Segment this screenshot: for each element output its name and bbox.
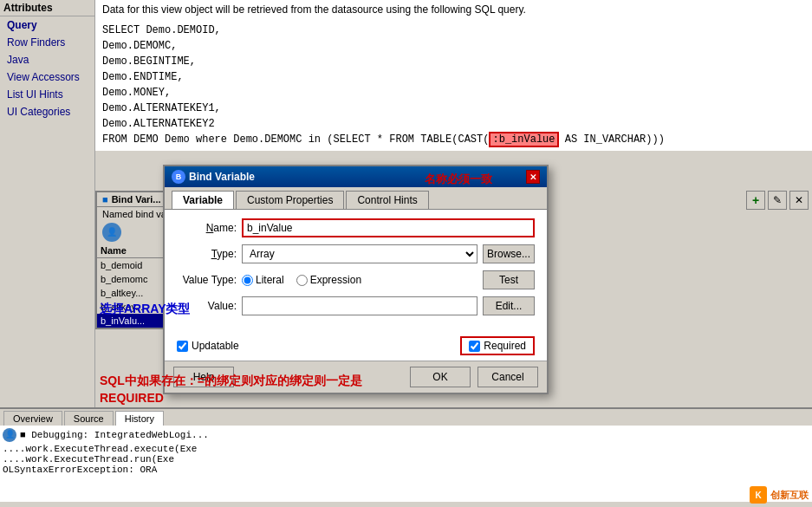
tab-variable[interactable]: Variable — [172, 191, 234, 209]
tab-history[interactable]: History — [115, 411, 164, 426]
sql-code-area: SELECT Demo.DEMOID, Demo.DEMOMC, Demo.BE… — [95, 19, 812, 151]
sql-line-5: Demo.MONEY, — [102, 85, 805, 101]
literal-label: Literal — [256, 274, 284, 286]
required-checkbox[interactable] — [469, 341, 480, 352]
log-debug-line: ■ Debugging: IntegratedWebLogi... — [20, 430, 209, 440]
sidebar-item-row-finders[interactable]: Row Finders — [0, 34, 94, 51]
sql-bind-var-highlight: :b_inValue — [489, 132, 558, 147]
left-panel-title: Attributes — [0, 0, 94, 16]
literal-radio-label[interactable]: Literal — [242, 274, 284, 286]
test-button[interactable]: Test — [483, 270, 535, 289]
dialog-body: NName:ame: Type: Array Browse... Value T… — [165, 210, 547, 331]
tab-source[interactable]: Source — [64, 411, 114, 426]
log-line-3: OLSyntaxErrorException: ORA — [3, 465, 809, 475]
updatable-checkbox[interactable] — [177, 341, 188, 352]
cancel-button[interactable]: Cancel — [477, 367, 538, 387]
bind-var-panel-title: Bind Vari... — [112, 194, 161, 205]
name-label: NName:ame: — [177, 222, 242, 234]
name-row: NName:ame: — [177, 218, 535, 237]
required-label: Required — [484, 340, 526, 352]
sql-description-text: Data for this view object will be retrie… — [102, 3, 526, 16]
tab-control-hints[interactable]: Control Hints — [346, 191, 428, 209]
checkbox-row: Updatable Required — [165, 331, 547, 361]
sidebar-item-query[interactable]: Query — [0, 16, 94, 34]
expression-radio-label[interactable]: Expression — [296, 274, 361, 286]
sql-description-area: Data for this view object will be retrie… — [95, 0, 812, 20]
tab-custom-properties[interactable]: Custom Properties — [236, 191, 344, 209]
name-input[interactable] — [242, 218, 535, 237]
sql-line-1: SELECT Demo.DEMOID, — [102, 23, 805, 38]
dialog-title: Bind Variable — [189, 171, 255, 183]
expression-radio[interactable] — [296, 275, 308, 286]
edit-button[interactable]: Edit... — [483, 296, 535, 315]
dialog-tabs: Variable Custom Properties Control Hints — [165, 187, 547, 210]
action-icons-row: + ✎ ✕ — [746, 191, 809, 210]
required-checkbox-label[interactable]: Required — [460, 336, 535, 355]
updatable-label: Updatable — [192, 340, 239, 352]
sql-line-6: Demo.ALTERNATEKEY1, — [102, 101, 805, 116]
type-select[interactable]: Array — [242, 244, 477, 263]
annotation-name-must-match: 名称必须一致 — [425, 172, 492, 187]
value-type-radio-group: Literal Expression — [242, 274, 477, 286]
browse-button[interactable]: Browse... — [483, 244, 535, 263]
delete-icon[interactable]: ✕ — [789, 191, 809, 210]
add-icon[interactable]: + — [746, 191, 765, 210]
log-icon: 👤 — [3, 428, 16, 442]
log-tabs: Overview Source History — [0, 409, 812, 426]
brand-logo: K 创新互联 — [750, 486, 809, 504]
value-type-row: Value Type: Literal Expression Test — [177, 270, 535, 289]
sql-line-2: Demo.DEMOMC, — [102, 38, 805, 54]
brand-icon: K — [750, 486, 767, 504]
annotation-select-array: 选择ARRAY类型 — [100, 302, 191, 317]
type-row: Type: Array Browse... — [177, 244, 535, 263]
bind-variable-dialog: B Bind Variable ✕ Variable Custom Proper… — [163, 165, 549, 394]
expression-label: Expression — [310, 274, 361, 286]
log-debug-row: 👤 ■ Debugging: IntegratedWebLogi... — [3, 428, 809, 442]
value-type-label: Value Type: — [177, 274, 242, 286]
sql-line-3: Demo.BEGINTIME, — [102, 54, 805, 69]
sql-from-line: FROM DEMO Demo where Demo.DEMOMC in (SEL… — [102, 132, 805, 147]
log-panel: Overview Source History 👤 ■ Debugging: I… — [0, 407, 812, 507]
sidebar-item-view-accessors[interactable]: View Accessors — [0, 68, 94, 86]
updatable-checkbox-label[interactable]: Updatable — [177, 340, 239, 352]
sql-line-4: Demo.ENDTIME, — [102, 69, 805, 85]
ok-button[interactable]: OK — [410, 367, 471, 387]
literal-radio[interactable] — [242, 275, 253, 286]
edit-icon[interactable]: ✎ — [768, 191, 787, 210]
sql-line-7: Demo.ALTERNATEKEY2 — [102, 116, 805, 132]
brand-label: 创新互联 — [770, 489, 809, 502]
annotation-sql-rule: SQL中如果存在：=的绑定则对应的绑定则一定是REQUIRED — [100, 373, 403, 406]
sidebar-item-ui-categories[interactable]: UI Categories — [0, 103, 94, 120]
sidebar-item-list-ui-hints[interactable]: List UI Hints — [0, 86, 94, 103]
type-label: Type: — [177, 248, 242, 260]
log-line-1: ....work.ExecuteThread.execute(Exe — [3, 444, 809, 454]
footer-buttons: OK Cancel — [410, 367, 538, 387]
value-input[interactable] — [242, 296, 477, 315]
dialog-close-button[interactable]: ✕ — [526, 170, 540, 184]
sidebar-item-java[interactable]: Java — [0, 51, 94, 68]
tab-overview[interactable]: Overview — [3, 411, 62, 426]
log-line-2: ....work.ExecuteThread.run(Exe — [3, 454, 809, 465]
log-content: 👤 ■ Debugging: IntegratedWebLogi... ....… — [0, 426, 812, 502]
value-row: Value: Edit... — [177, 296, 535, 315]
dialog-icon: B — [172, 170, 185, 184]
